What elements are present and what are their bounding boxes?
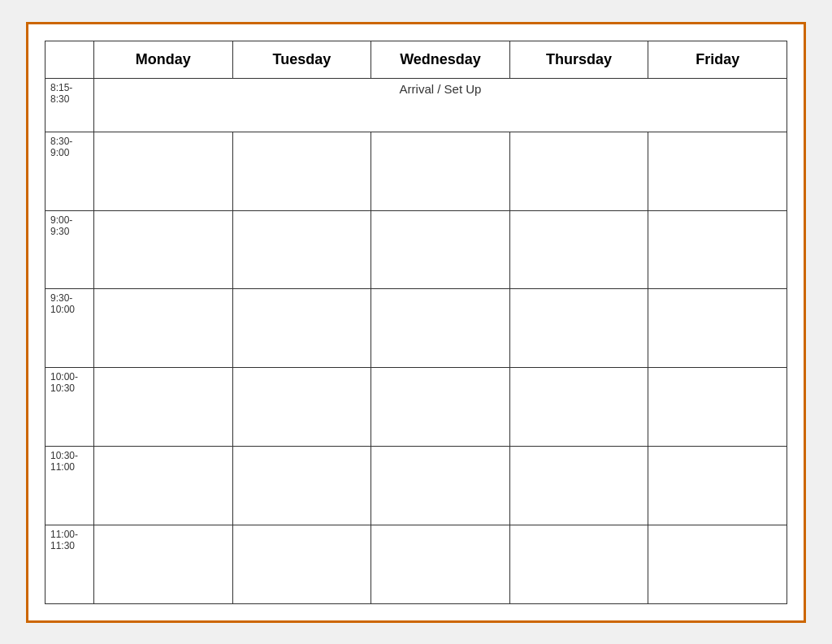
- time-row-5: 10:30-11:00: [46, 446, 787, 525]
- header-tuesday: Tuesday: [232, 41, 371, 78]
- cell-tue-3[interactable]: [232, 289, 371, 368]
- cell-thu-4[interactable]: [509, 368, 648, 447]
- cell-mon-4[interactable]: [94, 368, 233, 447]
- cell-wed-3[interactable]: [371, 289, 510, 368]
- arrival-cell: Arrival / Set Up: [94, 78, 787, 132]
- cell-fri-3[interactable]: [648, 289, 787, 368]
- cell-fri-2[interactable]: [648, 210, 787, 289]
- cell-mon-6[interactable]: [94, 525, 233, 603]
- header-monday: Monday: [94, 41, 233, 78]
- time-row-6: 11:00-11:30: [46, 525, 787, 603]
- time-slot-4: 10:00-10:30: [46, 368, 94, 447]
- time-slot-6: 11:00-11:30: [46, 525, 94, 603]
- cell-tue-6[interactable]: [232, 525, 371, 603]
- cell-tue-4[interactable]: [232, 368, 371, 447]
- cell-fri-6[interactable]: [648, 525, 787, 603]
- cell-wed-1[interactable]: [371, 132, 510, 211]
- arrival-row: 8:15-8:30 Arrival / Set Up: [46, 78, 787, 132]
- cell-fri-4[interactable]: [648, 368, 787, 447]
- cell-thu-2[interactable]: [509, 210, 648, 289]
- cell-thu-1[interactable]: [509, 132, 648, 211]
- cell-tue-2[interactable]: [232, 210, 371, 289]
- time-slot-3: 9:30-10:00: [46, 289, 94, 368]
- calendar-table: Monday Tuesday Wednesday Thursday Friday…: [45, 41, 787, 604]
- time-slot-1: 8:30-9:00: [46, 132, 94, 211]
- cell-mon-3[interactable]: [94, 289, 233, 368]
- time-slot-2: 9:00-9:30: [46, 210, 94, 289]
- cell-wed-6[interactable]: [371, 525, 510, 603]
- header-wednesday: Wednesday: [371, 41, 510, 78]
- cell-tue-5[interactable]: [232, 446, 371, 525]
- time-row-3: 9:30-10:00: [46, 289, 787, 368]
- page-container: Monday Tuesday Wednesday Thursday Friday…: [26, 22, 806, 623]
- cell-wed-4[interactable]: [371, 368, 510, 447]
- cell-tue-1[interactable]: [232, 132, 371, 211]
- cell-thu-3[interactable]: [509, 289, 648, 368]
- cell-thu-6[interactable]: [509, 525, 648, 603]
- header-friday: Friday: [648, 41, 787, 78]
- time-row-1: 8:30-9:00: [46, 132, 787, 211]
- cell-wed-5[interactable]: [371, 446, 510, 525]
- cell-mon-1[interactable]: [94, 132, 233, 211]
- header-row: Monday Tuesday Wednesday Thursday Friday: [46, 41, 787, 78]
- header-thursday: Thursday: [509, 41, 648, 78]
- cell-fri-1[interactable]: [648, 132, 787, 211]
- time-slot-0: 8:15-8:30: [46, 78, 94, 132]
- header-empty-cell: [46, 41, 94, 78]
- time-slot-5: 10:30-11:00: [46, 446, 94, 525]
- cell-thu-5[interactable]: [509, 446, 648, 525]
- cell-fri-5[interactable]: [648, 446, 787, 525]
- cell-mon-5[interactable]: [94, 446, 233, 525]
- cell-mon-2[interactable]: [94, 210, 233, 289]
- time-row-2: 9:00-9:30: [46, 210, 787, 289]
- time-row-4: 10:00-10:30: [46, 368, 787, 447]
- cell-wed-2[interactable]: [371, 210, 510, 289]
